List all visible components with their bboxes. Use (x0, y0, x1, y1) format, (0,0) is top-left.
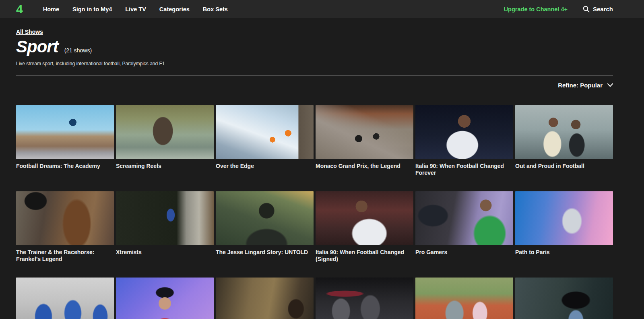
show-thumbnail (415, 278, 513, 319)
nav-item-live-tv[interactable]: Live TV (125, 6, 146, 12)
show-card-monaco-grand-prix[interactable]: Monaco Grand Prix, the Legend (316, 105, 413, 191)
top-navigation-bar: 4 Home Sign in to My4 Live TV Categories… (0, 0, 644, 18)
show-card-row3-3[interactable] (216, 278, 314, 319)
show-card-screaming-reels[interactable]: Screaming Reels (116, 105, 214, 191)
show-title: Path to Paris (515, 249, 613, 274)
show-thumbnail (216, 278, 314, 319)
shows-grid: Football Dreams: The Academy Screaming R… (16, 105, 613, 319)
show-card-jesse-lingard[interactable]: The Jesse Lingard Story: UNTOLD (216, 191, 314, 278)
page-title: Sport (16, 38, 58, 56)
show-thumbnail (116, 105, 214, 159)
show-thumbnail (16, 278, 114, 319)
show-thumbnail (216, 191, 314, 245)
show-thumbnail (316, 105, 413, 159)
category-description: Live stream sport, including internation… (16, 61, 613, 66)
upgrade-channel4plus-link[interactable]: Upgrade to Channel 4+ (504, 6, 568, 12)
show-thumbnail (515, 191, 613, 245)
show-title: Football Dreams: The Academy (16, 163, 114, 188)
show-thumbnail (116, 278, 214, 319)
show-title: The Jesse Lingard Story: UNTOLD (216, 249, 314, 274)
show-card-italia-90-forever[interactable]: Italia 90: When Football Changed Forever (415, 105, 513, 191)
search-button[interactable]: Search (583, 6, 613, 12)
show-card-trainer-racehorse[interactable]: The Trainer & the Racehorse: Frankel’s L… (16, 191, 114, 278)
show-card-row3-1[interactable] (16, 278, 114, 319)
nav-item-sign-in[interactable]: Sign in to My4 (72, 6, 112, 12)
header-divider (16, 75, 613, 76)
show-card-out-and-proud[interactable]: Out and Proud in Football (515, 105, 613, 191)
show-card-pro-gamers[interactable]: Pro Gamers (415, 191, 513, 278)
show-thumbnail (316, 278, 413, 319)
nav-item-categories[interactable]: Categories (159, 6, 190, 12)
nav-item-home[interactable]: Home (43, 6, 59, 12)
show-thumbnail (515, 105, 613, 159)
search-label: Search (593, 6, 613, 12)
chevron-down-icon (607, 83, 613, 87)
show-thumbnail (16, 105, 114, 159)
primary-nav: Home Sign in to My4 Live TV Categories B… (43, 6, 228, 12)
show-title: Out and Proud in Football (515, 163, 613, 188)
show-title: The Trainer & the Racehorse: Frankel’s L… (16, 249, 114, 274)
show-thumbnail (316, 191, 413, 245)
show-title: Xtremists (116, 249, 214, 274)
show-title: Italia 90: When Football Changed Forever (415, 163, 513, 188)
show-thumbnail (415, 105, 513, 159)
show-title: Over the Edge (216, 163, 314, 188)
nav-item-box-sets[interactable]: Box Sets (203, 6, 228, 12)
show-card-italia-90-signed[interactable]: Italia 90: When Football Changed (Signed… (316, 191, 413, 278)
refine-dropdown[interactable]: Refine: Popular (558, 82, 613, 89)
show-title: Monaco Grand Prix, the Legend (316, 163, 413, 188)
search-icon (583, 6, 590, 12)
channel4-logo[interactable]: 4 (16, 3, 22, 15)
show-thumbnail (515, 278, 613, 319)
show-card-football-dreams[interactable]: Football Dreams: The Academy (16, 105, 114, 191)
show-thumbnail (216, 105, 314, 159)
show-card-over-the-edge[interactable]: Over the Edge (216, 105, 314, 191)
show-thumbnail (415, 191, 513, 245)
breadcrumb-all-shows[interactable]: All Shows (16, 29, 43, 35)
show-title: Italia 90: When Football Changed (Signed… (316, 249, 413, 274)
show-card-row3-5[interactable] (415, 278, 513, 319)
show-card-row3-4[interactable] (316, 278, 413, 319)
show-thumbnail (116, 191, 214, 245)
show-count: (21 shows) (64, 47, 92, 54)
show-title: Screaming Reels (116, 163, 214, 188)
refine-label: Refine: Popular (558, 82, 603, 89)
show-title: Pro Gamers (415, 249, 513, 274)
show-card-row3-6[interactable] (515, 278, 613, 319)
show-card-xtremists[interactable]: Xtremists (116, 191, 214, 278)
show-card-row3-2[interactable] (116, 278, 214, 319)
show-card-path-to-paris[interactable]: Path to Paris (515, 191, 613, 278)
main-content: All Shows Sport (21 shows) Live stream s… (16, 18, 613, 319)
show-thumbnail (16, 191, 114, 245)
